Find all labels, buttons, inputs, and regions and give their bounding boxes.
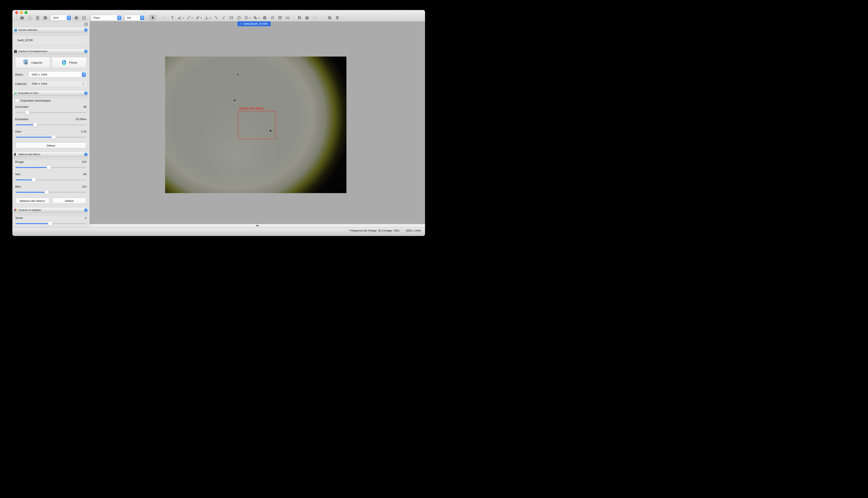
- panel-header-capture[interactable]: Capture et Enregistrement «: [12, 49, 89, 54]
- arrow-tool-icon[interactable]: [170, 15, 175, 20]
- polygon-tool-icon[interactable]: [270, 15, 275, 20]
- slider-thumb[interactable]: [47, 165, 51, 170]
- info-icon[interactable]: i: [81, 15, 86, 20]
- toolbar-reveal-strip[interactable]: [89, 224, 425, 227]
- slider-thumb[interactable]: [48, 222, 52, 226]
- na-select[interactable]: NA: [125, 15, 144, 21]
- linked-circles-icon: [253, 15, 258, 20]
- angle-tool[interactable]: [177, 15, 184, 20]
- titlebar: 33% i Pixel NA: [12, 10, 425, 22]
- save-icon: [27, 15, 32, 20]
- panel-body-camera: Swift_EC5R: [12, 36, 89, 49]
- capture-button-label: Capturer: [31, 61, 42, 64]
- stepper-icon[interactable]: [140, 16, 144, 20]
- curve-tool-icon[interactable]: [221, 15, 226, 20]
- rectangle-tool-icon[interactable]: [229, 15, 234, 20]
- exposure-default-button[interactable]: Défaut: [16, 143, 86, 148]
- green-value: 64: [83, 173, 87, 176]
- video-feed[interactable]: Balance des Blancs: [165, 56, 346, 193]
- line-tool[interactable]: [186, 15, 193, 20]
- flatten-export-icon[interactable]: [335, 15, 340, 20]
- perpendicular-icon: [204, 15, 209, 20]
- unit-select[interactable]: Pixel: [91, 15, 122, 21]
- perpendicular-tool[interactable]: [204, 15, 211, 20]
- scale-bar-tool-icon[interactable]: 10um: [285, 15, 290, 20]
- slider-thumb[interactable]: [31, 178, 36, 182]
- white-balance-region[interactable]: [238, 111, 276, 139]
- camera-timer-icon[interactable]: [43, 15, 48, 20]
- slider-thumb[interactable]: [33, 123, 37, 127]
- gain-slider[interactable]: [15, 135, 87, 140]
- sidebar-header: «: [12, 21, 89, 27]
- capture-icon: [23, 59, 29, 66]
- collapse-panel-button[interactable]: «: [84, 50, 88, 53]
- panel-header-exposure[interactable]: Exposition et Gain «: [12, 91, 89, 95]
- camera-list-item[interactable]: Swift_EC5R: [16, 36, 86, 45]
- collapse-panel-button[interactable]: «: [84, 208, 88, 212]
- exposure-slider[interactable]: [15, 122, 87, 127]
- sidebar-scrollbar[interactable]: [88, 21, 89, 227]
- ellipse-tool[interactable]: [244, 15, 251, 20]
- collapse-panel-button[interactable]: «: [84, 153, 88, 156]
- capture-resolution-label: Capturer:: [15, 82, 29, 86]
- zoom-window-button[interactable]: [25, 11, 27, 14]
- direct-resolution-value: 2592 x 1944: [31, 73, 47, 76]
- minimize-window-button[interactable]: [20, 11, 23, 14]
- linked-circles-tool[interactable]: [253, 15, 260, 20]
- open-file-icon[interactable]: [20, 15, 25, 20]
- caliper-icon[interactable]: [297, 15, 302, 20]
- slider-thumb[interactable]: [44, 190, 49, 194]
- annulus-tool-icon[interactable]: [262, 15, 267, 20]
- white-balance-button[interactable]: Balance des Blancs: [16, 198, 49, 204]
- svg-text:i: i: [84, 16, 84, 19]
- film-button[interactable]: Filmer: [52, 57, 87, 68]
- collapse-panel-button[interactable]: «: [84, 28, 88, 31]
- auto-exposure-row: Exposition automatique: [15, 99, 87, 102]
- red-slider[interactable]: [15, 165, 87, 170]
- capture-resolution-select[interactable]: 2592 x 1944: [29, 81, 87, 87]
- panel-body-colors: Teinte 0 Saturation 64: [12, 216, 89, 227]
- select-cursor-tool[interactable]: [149, 15, 156, 21]
- stepper-icon[interactable]: [82, 72, 86, 77]
- chevron-up-icon: [256, 225, 259, 226]
- circle-tool-icon[interactable]: [237, 15, 241, 20]
- stepper-icon[interactable]: [117, 16, 121, 20]
- stepper-icon[interactable]: [67, 16, 71, 20]
- hue-label: Teinte: [15, 217, 23, 220]
- layers-icon[interactable]: [305, 15, 309, 20]
- film-icon: [61, 59, 67, 66]
- panel-body-white-balance: Rouge 120 Vert 64: [12, 160, 89, 207]
- panel-header-white-balance[interactable]: Balance des Blancs «: [12, 152, 89, 157]
- direct-resolution-select[interactable]: 2592 x 1944: [29, 72, 87, 77]
- panel-header-camera[interactable]: Caméra détectée «: [12, 27, 89, 32]
- capture-button[interactable]: Capturer: [15, 57, 50, 68]
- close-window-button[interactable]: [15, 11, 18, 14]
- line-tool-icon: [186, 15, 191, 20]
- green-label: Vert: [15, 173, 20, 176]
- arc-tool-icon[interactable]: [214, 15, 218, 20]
- hue-slider[interactable]: [15, 221, 87, 226]
- camera-capture-icon[interactable]: [35, 15, 40, 20]
- correction-slider[interactable]: [15, 110, 87, 115]
- auto-exposure-checkbox[interactable]: [15, 99, 19, 102]
- parallel-lines-tool[interactable]: [195, 15, 202, 20]
- copy-icon[interactable]: [327, 15, 332, 20]
- slider-thumb[interactable]: [25, 110, 29, 115]
- main-content: « Caméra détectée « Swift_EC5R Capture e…: [12, 21, 425, 227]
- slider-thumb[interactable]: [51, 135, 56, 139]
- panel-header-colors[interactable]: Couleurs et réglages «: [12, 207, 89, 212]
- tab-video[interactable]: × Vidéo[Swift_EC5R]: [238, 21, 271, 26]
- white-balance-default-button[interactable]: Défaut: [53, 198, 86, 204]
- panel-title: Balance des Blancs: [19, 153, 40, 156]
- text-tool-icon[interactable]: [278, 15, 282, 20]
- settings-gear-icon[interactable]: [74, 15, 79, 20]
- zoom-select[interactable]: 33%: [51, 15, 71, 21]
- parallel-lines-icon: [195, 15, 200, 20]
- point-tool-icon[interactable]: [162, 15, 167, 20]
- sidebar-collapse-button[interactable]: «: [84, 23, 88, 26]
- close-tab-icon[interactable]: ×: [240, 22, 241, 25]
- blue-slider[interactable]: [15, 190, 87, 195]
- green-slider[interactable]: [15, 178, 87, 182]
- collapse-panel-button[interactable]: «: [84, 91, 88, 95]
- panel-title: Exposition et Gain: [18, 92, 38, 94]
